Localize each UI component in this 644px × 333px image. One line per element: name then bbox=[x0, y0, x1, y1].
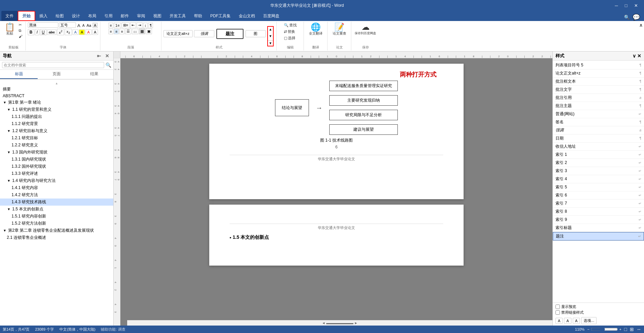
highlight-btn[interactable]: A bbox=[79, 29, 85, 35]
style-item-caption[interactable]: 题注 ↵ bbox=[553, 232, 644, 241]
justify-btn[interactable]: ☰ bbox=[125, 28, 131, 34]
nav-tab-results[interactable]: 结果 bbox=[76, 70, 113, 79]
style-item-index5[interactable]: 索引 5 ↵ bbox=[553, 183, 644, 191]
nav-item-1-5[interactable]: ▼ 1.5 本文的创新点 bbox=[0, 206, 113, 213]
minimize-btn[interactable]: ─ bbox=[611, 3, 621, 8]
paste-btn[interactable]: 📋 粘贴 bbox=[3, 22, 16, 37]
tab-draw[interactable]: 绘图 bbox=[52, 11, 68, 21]
zoom-out-btn[interactable]: − bbox=[587, 327, 589, 331]
line-spacing-btn[interactable]: ↕↕ bbox=[132, 29, 138, 34]
tab-pdf[interactable]: PDF工具集 bbox=[206, 11, 235, 21]
tab-file[interactable]: 文件 bbox=[1, 11, 18, 21]
style-item-comment-box[interactable]: 批注框文本 ¶ bbox=[553, 78, 644, 86]
style-item-index6[interactable]: 索引 6 ↵ bbox=[553, 191, 644, 200]
nav-item-1-4-1[interactable]: 1.4.1 研究内容 bbox=[0, 184, 113, 191]
nav-item-ch2[interactable]: ▼ 第2章 第二章 连锁零售企业配送概述及发展现状 bbox=[0, 227, 113, 234]
style-item-index3[interactable]: 索引 3 ↵ bbox=[553, 167, 644, 175]
style-item-index8[interactable]: 索引 8 ↵ bbox=[553, 208, 644, 216]
tab-home[interactable]: 开始 bbox=[18, 11, 35, 21]
style-item-web-normal[interactable]: 普通(网站) ↵ bbox=[553, 110, 644, 118]
nav-item-1-3[interactable]: ▼ 1.3 国内外研究现状 bbox=[0, 149, 113, 156]
text-border-btn[interactable]: A bbox=[92, 29, 98, 35]
nav-item-abstract[interactable]: 摘要 bbox=[0, 86, 113, 93]
style-normal-btn[interactable]: 论文正文alt+z bbox=[163, 30, 193, 37]
nav-item-1-4-2[interactable]: 1.4.2 研究方法 bbox=[0, 191, 113, 199]
nav-item-1-3-3[interactable]: 1.3.3 研究评述 bbox=[0, 170, 113, 177]
show-marks-btn[interactable]: ¶ bbox=[148, 23, 153, 28]
tab-references[interactable]: 引用 bbox=[100, 11, 117, 21]
nav-item-1-5-1[interactable]: 1.5.1 研究内容创新 bbox=[0, 213, 113, 220]
tab-insert[interactable]: 插入 bbox=[35, 11, 52, 21]
strikethrough-btn[interactable]: abc bbox=[47, 29, 57, 35]
nav-item-1-1-1[interactable]: 1.1.1 问题的提出 bbox=[0, 113, 113, 120]
style-inspect-btn[interactable]: A bbox=[564, 318, 571, 324]
styles-panel-close-btn[interactable]: ✕ bbox=[637, 53, 641, 59]
zoom-slider[interactable] bbox=[591, 327, 618, 332]
nav-item-1-4[interactable]: ▼ 1.4 研究内容与研究方法 bbox=[0, 177, 113, 184]
style-caption-btn[interactable]: 题注 bbox=[216, 29, 243, 39]
superscript-btn[interactable]: x2 bbox=[57, 29, 64, 35]
show-preview-checkbox[interactable]: 显示预览 bbox=[555, 304, 641, 309]
border-btn[interactable]: ▣ bbox=[146, 28, 152, 34]
tab-developer[interactable]: 开发工具 bbox=[165, 11, 190, 21]
nav-item-abstract-en[interactable]: ABSTRACT bbox=[0, 93, 113, 99]
style-item-comment-text[interactable]: 批注文字 ¶ bbox=[553, 86, 644, 94]
style-item-list5[interactable]: 列表项目符号 5 ¶ bbox=[553, 61, 644, 69]
search-ribbon-icon[interactable]: 🔍 bbox=[624, 15, 630, 20]
style-item-comment-ref[interactable]: 批注引用 a bbox=[553, 94, 644, 102]
shading-btn[interactable]: ▦ bbox=[139, 28, 145, 34]
style-emphasis-btn[interactable]: 强调 bbox=[194, 30, 214, 37]
bullets-btn[interactable]: ≡ bbox=[109, 23, 113, 28]
nav-item-2-1[interactable]: 2.1 连锁零售企业概述 bbox=[0, 234, 113, 241]
decrease-indent-btn[interactable]: ⇤ bbox=[130, 22, 136, 28]
italic-btn[interactable]: I bbox=[35, 29, 39, 35]
tab-mailing[interactable]: 邮件 bbox=[117, 11, 133, 21]
format-paint-btn[interactable]: 🖌 bbox=[18, 34, 23, 39]
disable-linked-checkbox[interactable]: 禁用链接样式 bbox=[555, 310, 641, 315]
style-item-signature[interactable]: 签名 ¶ bbox=[553, 118, 644, 126]
nav-item-ch1[interactable]: ▼ 第1章 第一章 绪论 bbox=[0, 99, 113, 106]
font-grow-btn[interactable]: A bbox=[77, 23, 81, 28]
document-area[interactable]: 结论与展望 → 末端配送服务质量管理实证研究 bbox=[120, 58, 552, 326]
nav-item-1-1[interactable]: ▼ 1.1 研究的背景和意义 bbox=[0, 106, 113, 113]
sort-btn[interactable]: ↕ bbox=[143, 23, 148, 28]
tab-layout[interactable]: 布局 bbox=[84, 11, 100, 21]
cut-btn[interactable]: ✂ bbox=[18, 22, 23, 27]
tab-jinshan[interactable]: 金山文档 bbox=[235, 11, 259, 21]
underline-btn[interactable]: U bbox=[40, 29, 46, 35]
style-item-index-title[interactable]: 索引标题 ↵ bbox=[553, 224, 644, 232]
nav-item-1-2-2[interactable]: 1.2.2 研究意义 bbox=[0, 142, 113, 149]
close-btn[interactable]: ✕ bbox=[631, 3, 641, 8]
text-effect-btn[interactable]: A bbox=[73, 29, 78, 35]
tab-baidu[interactable]: 百度网盘 bbox=[259, 11, 284, 21]
nav-item-1-2-1[interactable]: 1.2.1 研究目标 bbox=[0, 134, 113, 142]
style-item-index4[interactable]: 索引 4 ↵ bbox=[553, 175, 644, 183]
nav-item-1-4-3[interactable]: 1.4.3 研究技术路线 bbox=[0, 199, 113, 206]
style-item-date[interactable]: 日期 ¶ bbox=[553, 134, 644, 143]
tab-review[interactable]: 审阅 bbox=[133, 11, 149, 21]
nav-item-1-2[interactable]: ▼ 1.2 研究目标与意义 bbox=[0, 127, 113, 134]
align-center-btn[interactable]: ≡ bbox=[114, 29, 119, 34]
zoom-in-btn[interactable]: + bbox=[619, 327, 621, 331]
font-case-btn[interactable]: Aa bbox=[86, 23, 92, 28]
view-multi-page-btn[interactable]: ⊞ bbox=[630, 327, 634, 332]
tab-help[interactable]: 帮助 bbox=[190, 11, 206, 21]
tab-design[interactable]: 设计 bbox=[68, 11, 84, 21]
nav-tab-headings[interactable]: 标题 bbox=[0, 70, 38, 79]
font-name-input[interactable] bbox=[28, 22, 58, 28]
select-btn[interactable]: ▢ 选择 bbox=[283, 35, 296, 41]
replace-btn[interactable]: ⇄ 替换 bbox=[283, 29, 296, 35]
style-item-address[interactable]: 收信人地址 ↵ bbox=[553, 143, 644, 151]
multilevel-list-btn[interactable]: ⊞≡ bbox=[122, 22, 130, 28]
nav-search-input[interactable] bbox=[2, 62, 104, 68]
doc-scrollbar-h[interactable]: ◄ ▬▬▬▬▬▬▬▬ ► bbox=[127, 320, 552, 326]
align-right-btn[interactable]: ≡ bbox=[119, 29, 124, 34]
status-language[interactable]: 中文(简体，中国大陆) bbox=[59, 327, 95, 332]
bold-btn[interactable]: B bbox=[28, 29, 34, 35]
font-color-btn[interactable]: A bbox=[85, 29, 91, 35]
nav-item-1-1-2[interactable]: 1.1.2 研究背景 bbox=[0, 120, 113, 127]
paper-check-btn[interactable]: 📝 论文重查 bbox=[331, 22, 348, 37]
style-item-index7[interactable]: 索引 7 ↵ bbox=[553, 200, 644, 208]
view-page-width-btn[interactable]: ↔ bbox=[637, 327, 641, 332]
find-btn[interactable]: 🔍 查找 bbox=[283, 22, 298, 28]
